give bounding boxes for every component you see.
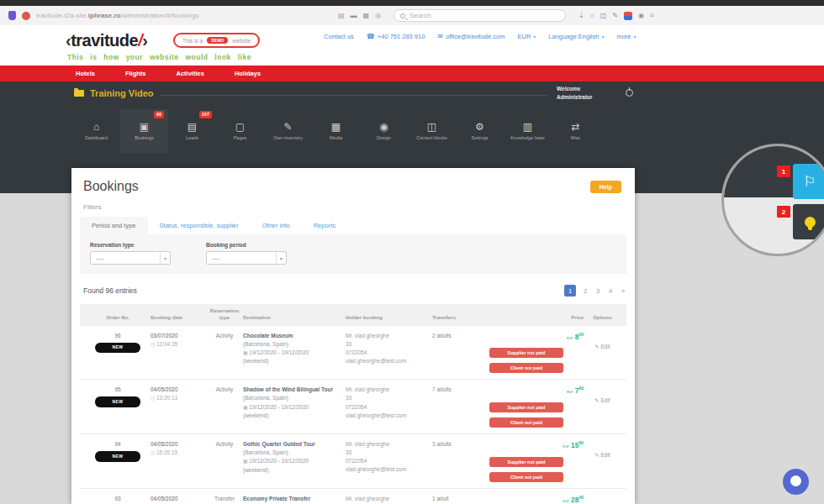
menu-icon[interactable]: ≡ [650, 13, 654, 19]
nav-item[interactable]: Hotels [76, 70, 95, 77]
toolbar-item-label: Own inventory [273, 135, 303, 140]
toolbar-item[interactable]: ⇄ Misc [552, 109, 600, 153]
lightbulb-button[interactable] [793, 204, 824, 239]
select-dropdown[interactable]: ---- ▾ [206, 251, 287, 265]
nav-item[interactable]: Activities [177, 70, 204, 77]
download-icon[interactable]: ⇣ [578, 13, 584, 19]
toolbar-item[interactable]: ✎ Own inventory [264, 109, 312, 153]
header-link[interactable]: ☎+40 751 283 910 [367, 33, 425, 40]
reload-icon[interactable]: ◎ [375, 13, 381, 19]
booking-date: 04/05/2020 [151, 386, 206, 394]
toolbar-item[interactable]: ▥ Knowledge base [504, 109, 552, 153]
search-input[interactable] [409, 12, 544, 19]
header-link[interactable]: more▾ [616, 33, 636, 40]
privacy-shield-icon[interactable] [8, 11, 16, 20]
chat-launcher-button[interactable] [783, 469, 809, 495]
filter-tab[interactable]: Reports [302, 217, 347, 234]
address-bar[interactable]: travitude-t2a-site.iphrase.ro/administra… [36, 12, 332, 19]
notes-icon[interactable]: ✎ [612, 13, 618, 19]
toolbar-item-label: Settings [472, 135, 489, 140]
page-button[interactable]: 4 [607, 287, 614, 295]
edit-link[interactable]: ✎ Edit [594, 397, 610, 404]
extension-icon[interactable] [624, 12, 632, 20]
flag-button[interactable]: ⚐ [793, 164, 824, 199]
filter-tab[interactable]: Period and type [80, 217, 148, 234]
page-button[interactable]: » [620, 287, 626, 295]
notification-badge: 107 [199, 111, 212, 118]
toolbar-item[interactable]: ⌂ Dashboard [72, 109, 120, 153]
chevron-down-icon: ▾ [634, 34, 636, 39]
step-badge-1: 1 [777, 165, 790, 177]
toolbar-item[interactable]: ⚙ Settings [456, 109, 504, 153]
clock-icon: ◷ [151, 342, 156, 347]
select-dropdown[interactable]: ---- ▾ [90, 251, 171, 265]
holder-line: Mr. vlad gheorghe [346, 440, 432, 449]
page-button[interactable]: 1 [564, 285, 576, 297]
profile-icon[interactable]: ◉ [638, 13, 644, 19]
logout-icon[interactable] [626, 89, 633, 97]
sidebar-icon[interactable]: ◫ [600, 13, 607, 19]
browser-search[interactable] [394, 9, 566, 22]
header-link[interactable]: EUR▾ [517, 33, 536, 40]
search-icon [400, 13, 405, 18]
help-button[interactable]: Help [590, 181, 621, 193]
header-link[interactable]: Contact us [324, 33, 354, 40]
order-number: 95 [114, 386, 120, 392]
holder-line: 33 [346, 449, 432, 457]
page-title: Bookings [83, 179, 139, 194]
booking-date: 04/05/2020 [151, 495, 206, 503]
header-link[interactable]: ✉office@travitude.com [437, 33, 504, 40]
col-destination: Destination [243, 315, 346, 322]
price-currency: eur [563, 444, 568, 449]
toolbar-item[interactable]: ▦ Media [312, 109, 360, 153]
payment-status-button[interactable]: Supplier not paid [489, 402, 563, 412]
reader-icon[interactable]: ▤ [338, 13, 345, 19]
browser-mid-icons: ▤▬▦◎ [338, 13, 381, 19]
pencil-icon: ✎ [594, 397, 600, 403]
destination-location: (Barcelona, Spain) [243, 340, 346, 349]
toolbar-item[interactable]: ◫ Content blocks [408, 109, 456, 153]
results-bar: Found 96 entries 1234» [83, 285, 626, 297]
holder-details: Mr. vlad gheorghe330722054vlad.gheorghe@… [346, 332, 432, 365]
home-icon: ⌂ [93, 122, 99, 132]
toolbar-item[interactable]: ▢ Pages [216, 109, 264, 153]
payment-statuses: Supplier not paidClient not paid [489, 397, 584, 428]
lightbulb-icon [805, 217, 816, 228]
page-button[interactable]: 2 [582, 287, 589, 295]
order-number: 96 [114, 333, 120, 339]
travellers-value: 7 adults [432, 386, 489, 394]
minimize-icon[interactable]: ▬ [351, 13, 357, 19]
edit-link[interactable]: ✎ Edit [594, 344, 610, 350]
url-path: /administration/#/bookings [121, 12, 199, 19]
table-body: 96 NEW 03/07/2020 ◷ 13:04:35 Activity Ch… [80, 326, 626, 504]
chevron-down-icon: ▾ [276, 253, 286, 264]
browser-toolbar: travitude-t2a-site.iphrase.ro/administra… [0, 6, 824, 26]
header-link[interactable]: Language:English▾ [548, 33, 604, 40]
price-currency: eur [563, 498, 568, 503]
filter-tabs: Period and typeStatus, responsible, supp… [80, 217, 626, 234]
edit-label: Edit [601, 397, 610, 403]
col-travellers: Travellers [432, 315, 489, 322]
payment-status-button[interactable]: Client not paid [489, 472, 563, 482]
toolbar-item[interactable]: 96 ▣ Bookings [120, 109, 168, 153]
chevron-down-icon: ▾ [160, 253, 170, 264]
home-icon[interactable]: ⌂ [590, 13, 594, 19]
page-button[interactable]: 3 [594, 287, 601, 295]
travitude-logo[interactable]: ‹travitude/› [66, 31, 147, 50]
payment-status-button[interactable]: Client not paid [489, 363, 563, 373]
payment-status-button[interactable]: Client not paid [489, 417, 563, 428]
toolbar-item-label: Bookings [135, 135, 154, 140]
nav-item[interactable]: Flights [125, 70, 146, 77]
filter-tab[interactable]: Status, responsible, supplier [148, 217, 251, 234]
edit-link[interactable]: ✎ Edit [594, 452, 610, 459]
table-row: 93 NEW 04/05/2020 ◷ 13:07:59 Transfer Ec… [80, 489, 626, 504]
toolbar-item[interactable]: ◉ Design [360, 109, 408, 153]
payment-status-button[interactable]: Supplier not paid [489, 457, 563, 467]
payment-status-button[interactable]: Supplier not paid [489, 348, 563, 358]
destination-name: Economy Private Transfer [243, 495, 346, 503]
table-row: 96 NEW 03/07/2020 ◷ 13:04:35 Activity Ch… [80, 326, 626, 381]
toolbar-item[interactable]: 107 ▤ Leads [168, 109, 216, 153]
nav-item[interactable]: Holidays [235, 70, 261, 77]
filter-tab[interactable]: Other info [251, 217, 302, 234]
tracker-icon[interactable]: ▦ [363, 13, 370, 19]
